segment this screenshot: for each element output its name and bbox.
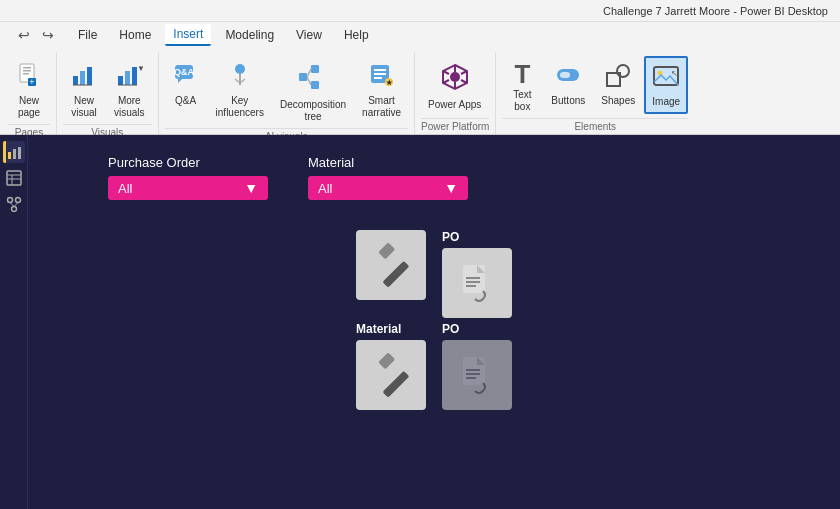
- redo-button[interactable]: ↪: [38, 25, 58, 45]
- buttons-button[interactable]: Buttons: [544, 56, 592, 112]
- svg-rect-49: [13, 149, 16, 159]
- svg-line-26: [307, 77, 311, 85]
- tile-box-hammer-2[interactable]: [356, 340, 426, 410]
- tile-box-doc-2[interactable]: [442, 340, 512, 410]
- tile-box-doc-1[interactable]: [442, 248, 512, 318]
- shapes-button[interactable]: Shapes: [594, 56, 642, 112]
- menu-bar-left: ↩ ↪ File Home Insert Modeling View Help: [8, 24, 832, 46]
- menu-item-modeling[interactable]: Modeling: [217, 25, 282, 45]
- purchase-order-label: Purchase Order: [108, 155, 268, 170]
- svg-point-55: [7, 198, 12, 203]
- svg-text:★: ★: [386, 79, 393, 86]
- ribbon-group-ai-visuals: Q&A Q&A Keyinfluencers: [165, 52, 415, 134]
- key-influencers-button[interactable]: Keyinfluencers: [209, 56, 271, 124]
- svg-rect-64: [466, 281, 480, 283]
- tile-label-doc-2: PO: [442, 322, 459, 336]
- svg-line-25: [307, 69, 311, 77]
- new-page-button[interactable]: + Newpage: [8, 56, 50, 124]
- svg-text:Q&A: Q&A: [174, 67, 195, 77]
- svg-rect-30: [374, 77, 382, 79]
- svg-marker-16: [178, 79, 182, 83]
- svg-rect-6: [73, 76, 78, 85]
- image-button[interactable]: ↖ Image: [644, 56, 688, 114]
- svg-rect-51: [7, 171, 21, 185]
- power-apps-icon: [439, 61, 471, 97]
- more-visuals-icon: ▼: [115, 61, 143, 93]
- decomposition-tree-button[interactable]: Decompositiontree: [273, 56, 353, 128]
- sidebar-icon-table[interactable]: [3, 167, 25, 189]
- sidebar-icon-model[interactable]: [3, 193, 25, 215]
- ribbon-group-power-items: Power Apps: [421, 52, 489, 118]
- material-value: All: [318, 181, 436, 196]
- svg-rect-29: [374, 73, 386, 75]
- svg-rect-8: [87, 67, 92, 85]
- ribbon-group-pages-items: + Newpage: [8, 52, 50, 124]
- tile-box-hammer-1[interactable]: [356, 230, 426, 300]
- text-box-icon: T: [514, 61, 530, 87]
- ribbon-group-visuals-items: Newvisual ▼ Morevisuals: [63, 52, 152, 124]
- svg-rect-28: [374, 69, 386, 71]
- svg-rect-11: [125, 71, 130, 85]
- sidebar-icon-chart[interactable]: [3, 141, 25, 163]
- power-apps-button[interactable]: Power Apps: [421, 56, 488, 116]
- tile-group-hammer-2: Material: [356, 322, 426, 410]
- svg-rect-67: [378, 353, 395, 369]
- svg-point-56: [15, 198, 20, 203]
- key-influencers-icon: [226, 61, 254, 93]
- image-label: Image: [652, 96, 680, 108]
- qa-button[interactable]: Q&A Q&A: [165, 56, 207, 112]
- svg-rect-22: [299, 73, 307, 81]
- qa-label: Q&A: [175, 95, 196, 107]
- tiles-top-row: PO: [356, 230, 512, 318]
- qa-icon: Q&A: [172, 61, 200, 93]
- menu-bar: ↩ ↪ File Home Insert Modeling View Help: [0, 22, 840, 48]
- material-dropdown[interactable]: All ▼: [308, 176, 468, 200]
- ribbon-group-power-platform: Power Apps Power Platform: [421, 52, 496, 134]
- left-sidebar: [0, 135, 28, 509]
- svg-point-44: [617, 65, 629, 77]
- tile-label-hammer-2: Material: [356, 322, 401, 336]
- svg-rect-42: [560, 72, 570, 78]
- ribbon-group-ai-items: Q&A Q&A Keyinfluencers: [165, 52, 408, 128]
- new-visual-label: Newvisual: [71, 95, 97, 119]
- decomposition-tree-label: Decompositiontree: [280, 99, 346, 123]
- svg-rect-48: [8, 152, 11, 159]
- svg-rect-71: [466, 377, 476, 379]
- purchase-order-value: All: [118, 181, 236, 196]
- menu-item-help[interactable]: Help: [336, 25, 377, 45]
- buttons-icon: [554, 61, 582, 93]
- undo-button[interactable]: ↩: [14, 25, 34, 45]
- svg-rect-60: [383, 261, 410, 287]
- svg-rect-66: [383, 371, 410, 397]
- tiles-bottom-row: Material PO: [356, 322, 512, 410]
- ribbon-group-elements-items: T Textbox Buttons: [502, 52, 688, 118]
- svg-rect-63: [466, 277, 480, 279]
- svg-line-58: [10, 203, 14, 207]
- menu-item-file[interactable]: File: [70, 25, 105, 45]
- menu-item-insert[interactable]: Insert: [165, 24, 211, 46]
- svg-point-18: [235, 64, 245, 74]
- tile-group-doc-2: PO: [442, 322, 512, 410]
- menu-item-view[interactable]: View: [288, 25, 330, 45]
- svg-rect-23: [311, 65, 319, 73]
- more-visuals-button[interactable]: ▼ Morevisuals: [107, 56, 152, 124]
- svg-point-34: [450, 72, 460, 82]
- smart-narrative-button[interactable]: ★ Smartnarrative: [355, 56, 408, 124]
- ribbon-group-elements: T Textbox Buttons: [502, 52, 694, 134]
- image-icon: ↖: [652, 62, 680, 94]
- svg-rect-70: [466, 373, 480, 375]
- ribbon-content: + Newpage Pages: [0, 48, 840, 134]
- svg-text:↖: ↖: [671, 69, 678, 78]
- purchase-order-dropdown[interactable]: All ▼: [108, 176, 268, 200]
- menu-item-home[interactable]: Home: [111, 25, 159, 45]
- shapes-icon: [604, 61, 632, 93]
- svg-line-59: [14, 203, 18, 207]
- text-box-button[interactable]: T Textbox: [502, 56, 542, 118]
- title-bar: Challenge 7 Jarrett Moore - Power BI Des…: [0, 0, 840, 22]
- power-platform-group-label: Power Platform: [421, 118, 489, 134]
- ribbon: + Newpage Pages: [0, 48, 840, 135]
- smart-narrative-icon: ★: [368, 61, 396, 93]
- undo-redo: ↩ ↪: [8, 25, 64, 45]
- tile-group-hammer-1: [356, 230, 426, 318]
- new-visual-button[interactable]: Newvisual: [63, 56, 105, 124]
